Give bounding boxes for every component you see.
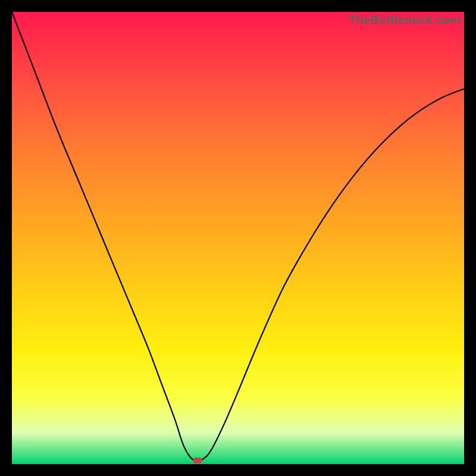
bottleneck-curve: [12, 12, 464, 464]
chart-frame: TheBottleneck.com: [0, 0, 476, 476]
optimum-marker: [193, 458, 202, 464]
plot-area: TheBottleneck.com: [12, 12, 464, 464]
